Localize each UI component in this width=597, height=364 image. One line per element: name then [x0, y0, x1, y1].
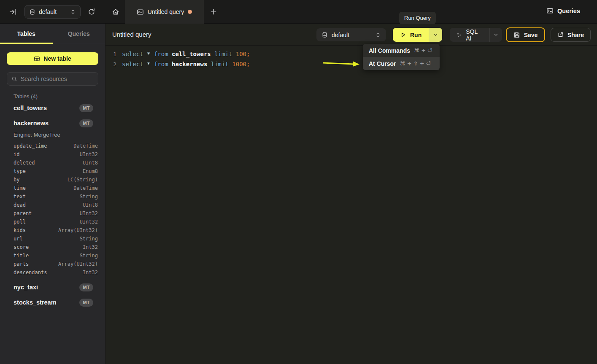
share-label: Share	[567, 32, 584, 38]
database-selector-query-value: default	[332, 32, 349, 38]
new-table-button[interactable]: New table	[7, 52, 98, 65]
engine-badge: MT	[79, 104, 93, 112]
run-button[interactable]: Run	[393, 28, 429, 42]
query-editor-panel: Untitled query default Run	[105, 24, 597, 364]
top-bar: default Untitled query Queries	[0, 0, 597, 24]
column-name: dead	[14, 202, 26, 208]
column-type: Int32	[83, 244, 98, 250]
column-row[interactable]: poll UInt32	[0, 218, 105, 226]
tables-section-header: Tables (4)	[14, 93, 105, 100]
hackernews-columns: update_time DateTime id UInt32 deleted U…	[0, 142, 105, 277]
column-row[interactable]: dead UInt8	[0, 201, 105, 209]
save-button[interactable]: Save	[506, 27, 545, 42]
refresh-icon[interactable]	[88, 8, 95, 16]
menu-item-shortcut: ⌘ + ⏎	[414, 47, 432, 54]
column-type: DateTime	[73, 185, 98, 191]
home-icon[interactable]	[112, 8, 119, 16]
line-number: 2	[105, 61, 116, 67]
engine-info: Engine: MergeTree	[14, 132, 105, 138]
column-type: LC(String)	[68, 177, 98, 183]
column-type: UInt32	[80, 210, 98, 216]
database-icon	[29, 9, 35, 15]
run-options-caret[interactable]	[429, 28, 442, 42]
column-type: String	[80, 236, 98, 242]
active-tab-underline	[0, 43, 53, 44]
chevron-updown-icon	[375, 32, 381, 38]
collapse-sidebar-icon[interactable]	[9, 8, 17, 16]
column-row[interactable]: text String	[0, 192, 105, 201]
sql-ai-button[interactable]: SQL AI	[450, 28, 489, 42]
column-name: parent	[14, 210, 32, 216]
external-link-icon	[557, 32, 564, 38]
column-name: type	[14, 168, 26, 174]
queries-link[interactable]: Queries	[546, 7, 580, 14]
table-row-hackernews[interactable]: hackernews MT	[0, 116, 105, 130]
column-row[interactable]: kids Array(UInt32)	[0, 226, 105, 235]
column-name: parts	[14, 261, 29, 267]
column-row[interactable]: by LC(String)	[0, 175, 105, 184]
tab-untitled-query[interactable]: Untitled query	[125, 0, 204, 24]
search-input[interactable]	[21, 75, 94, 82]
column-name: deleted	[14, 160, 35, 166]
column-type: Int32	[83, 270, 98, 275]
menu-item-at-cursor[interactable]: At Cursor ⌘ + ⇧ + ⏎	[363, 57, 440, 70]
column-row[interactable]: type Enum8	[0, 167, 105, 175]
column-name: poll	[14, 219, 26, 225]
sql-ai-caret[interactable]	[489, 28, 502, 42]
column-row[interactable]: parent UInt32	[0, 209, 105, 218]
column-type: Array(UInt32)	[58, 227, 98, 233]
code-text: select * from hackernews limit 1000;	[122, 61, 250, 67]
share-button[interactable]: Share	[551, 28, 591, 42]
menu-item-all-commands[interactable]: All Commands ⌘ + ⏎	[363, 44, 440, 57]
column-name: update_time	[14, 143, 47, 149]
column-name: by	[14, 177, 19, 183]
unsaved-indicator-dot	[188, 10, 192, 14]
chevron-updown-icon	[70, 9, 76, 15]
query-title: Untitled query	[112, 31, 151, 38]
column-name: id	[14, 151, 19, 157]
sidebar: Tables Queries New table Tables (4) cell…	[0, 24, 105, 364]
column-type: UInt32	[80, 151, 98, 157]
column-type: UInt32	[80, 219, 98, 225]
table-row-nyc-taxi[interactable]: nyc_taxi MT	[0, 280, 105, 294]
column-row[interactable]: time DateTime	[0, 184, 105, 192]
database-selector-query[interactable]: default	[316, 28, 386, 41]
new-table-label: New table	[43, 55, 71, 62]
column-name: text	[14, 194, 26, 200]
table-row-cell-towers[interactable]: cell_towers MT	[0, 101, 105, 115]
database-selector-top[interactable]: default	[24, 5, 81, 19]
database-icon	[321, 32, 328, 38]
line-number: 1	[105, 51, 116, 57]
column-type: String	[80, 194, 98, 200]
annotation-arrow	[321, 59, 360, 68]
column-row[interactable]: title String	[0, 251, 105, 260]
column-row[interactable]: descendants Int32	[0, 268, 105, 277]
menu-item-label: At Cursor	[369, 60, 396, 67]
column-row[interactable]: id UInt32	[0, 150, 105, 159]
save-label: Save	[524, 32, 538, 38]
column-row[interactable]: score Int32	[0, 243, 105, 251]
column-row[interactable]: parts Array(UInt32)	[0, 260, 105, 268]
engine-badge: MT	[79, 299, 93, 307]
tab-tables[interactable]: Tables	[0, 24, 53, 44]
code-line-1: 1 select * from cell_towers limit 100;	[105, 49, 597, 59]
terminal-icon	[137, 8, 144, 16]
column-type: DateTime	[73, 143, 98, 149]
column-row[interactable]: update_time DateTime	[0, 142, 105, 150]
column-type: UInt8	[83, 202, 98, 208]
column-row[interactable]: url String	[0, 235, 105, 243]
query-header: Untitled query default Run	[105, 24, 597, 46]
column-type: Enum8	[83, 168, 98, 174]
tab-queries[interactable]: Queries	[53, 24, 105, 44]
column-type: Array(UInt32)	[58, 261, 98, 267]
run-options-menu: All Commands ⌘ + ⏎ At Cursor ⌘ + ⇧ + ⏎	[363, 44, 440, 70]
table-row-stocks-stream[interactable]: stocks_stream MT	[0, 296, 105, 309]
new-tab-button[interactable]	[210, 8, 217, 16]
engine-badge: MT	[79, 119, 93, 127]
sidebar-tabs: Tables Queries	[0, 24, 105, 44]
column-name: kids	[14, 227, 26, 233]
column-row[interactable]: deleted UInt8	[0, 159, 105, 167]
column-name: descendants	[14, 270, 47, 275]
queries-label: Queries	[557, 8, 580, 14]
play-icon	[400, 32, 406, 38]
